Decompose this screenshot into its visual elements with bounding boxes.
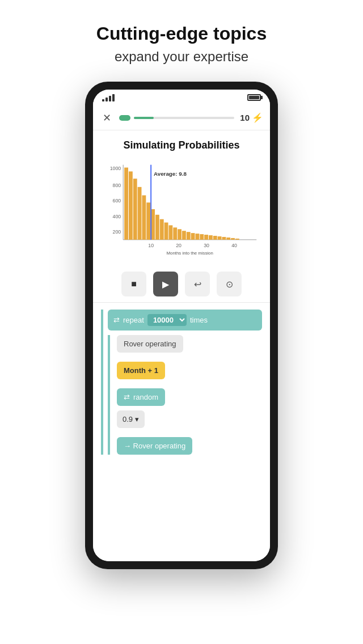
svg-rect-25 [182, 231, 186, 240]
battery-icon [247, 94, 261, 101]
svg-rect-18 [151, 209, 155, 240]
stop-button[interactable]: ■ [121, 272, 146, 296]
svg-rect-35 [226, 238, 230, 240]
svg-rect-24 [178, 230, 182, 240]
arrow-row: → Rover operating [117, 437, 262, 455]
svg-text:200: 200 [113, 229, 121, 235]
content-area: Simulating Probabilities 1000 800 600 40… [93, 130, 270, 561]
settings-button[interactable]: ⊙ [217, 272, 242, 296]
svg-rect-23 [173, 228, 177, 240]
value-row: 0.9 ▾ [117, 410, 262, 433]
value-label: 0.9 [123, 415, 133, 423]
svg-rect-15 [138, 187, 142, 240]
svg-rect-30 [204, 235, 208, 240]
code-block: ⇄ repeat 10000 1000 100 times [101, 310, 262, 455]
top-bar: ✕ 10 ⚡ [93, 105, 270, 130]
shuffle-icon: ⇄ [113, 316, 120, 324]
svg-text:1000: 1000 [110, 166, 121, 172]
value-dropdown[interactable]: 0.9 ▾ [117, 410, 145, 428]
svg-text:Months into the mission: Months into the mission [167, 251, 213, 256]
month-row: Month + 1 [117, 362, 262, 384]
close-button[interactable]: ✕ [100, 112, 113, 124]
chart-title: Simulating Probabilities [101, 139, 262, 151]
svg-rect-13 [129, 172, 133, 240]
rover-label: Rover operating [117, 335, 183, 353]
code-inner: Rover operating Month + 1 ⇄ random [108, 335, 262, 455]
svg-rect-12 [124, 168, 128, 240]
chevron-down-icon: ▾ [135, 415, 139, 423]
signal-icon [102, 94, 115, 101]
svg-rect-17 [146, 203, 150, 240]
random-button[interactable]: ⇄ random [117, 388, 165, 406]
phone-screen: ✕ 10 ⚡ Simulating Probabilities [93, 90, 270, 561]
replay-button[interactable]: ↩ [185, 272, 210, 296]
svg-rect-20 [160, 219, 164, 240]
progress-track [134, 117, 234, 119]
repeat-row: ⇄ repeat 10000 1000 100 times [108, 310, 262, 331]
svg-rect-22 [168, 226, 172, 240]
times-label: times [190, 316, 208, 324]
lightning-icon: ⚡ [252, 112, 263, 123]
headline: Cutting-edge topics [74, 23, 289, 44]
svg-text:30: 30 [204, 243, 209, 248]
repeat-dropdown[interactable]: 10000 1000 100 [147, 314, 187, 326]
svg-rect-19 [155, 215, 159, 240]
svg-rect-16 [142, 196, 146, 240]
controls-section: ■ ▶ ↩ ⊙ [93, 266, 270, 303]
progress-bar [119, 115, 234, 121]
replay-icon: ↩ [194, 279, 201, 290]
svg-text:Average: 9.8: Average: 9.8 [154, 171, 187, 177]
outer-container: Cutting-edge topics expand your expertis… [0, 0, 363, 644]
progress-dot [119, 115, 130, 121]
chart-svg: 1000 800 600 400 200 10 20 30 40 Months … [101, 158, 262, 260]
svg-text:20: 20 [176, 243, 182, 248]
status-bar [93, 90, 270, 105]
subheadline: expand your expertise [92, 49, 271, 65]
svg-rect-26 [187, 232, 191, 240]
stop-icon: ■ [131, 279, 137, 289]
repeat-label: repeat [123, 316, 144, 324]
svg-rect-31 [209, 235, 213, 240]
chart-section: Simulating Probabilities 1000 800 600 40… [93, 130, 270, 266]
svg-rect-28 [195, 234, 199, 240]
svg-rect-33 [218, 236, 222, 240]
svg-rect-37 [235, 239, 239, 240]
svg-rect-32 [213, 236, 217, 240]
score-value: 10 [240, 113, 250, 122]
svg-rect-34 [222, 237, 226, 240]
svg-text:40: 40 [231, 243, 237, 248]
score-container: 10 ⚡ [240, 112, 263, 123]
month-button[interactable]: Month + 1 [117, 362, 165, 379]
svg-rect-14 [133, 179, 137, 240]
svg-text:600: 600 [113, 198, 121, 204]
svg-text:10: 10 [148, 243, 154, 248]
settings-icon: ⊙ [226, 279, 233, 290]
progress-fill [134, 117, 154, 119]
svg-rect-21 [164, 223, 168, 240]
rover-operating-row: Rover operating [117, 335, 262, 357]
svg-text:400: 400 [113, 214, 121, 219]
arrow-rover-button[interactable]: → Rover operating [117, 437, 192, 455]
svg-rect-36 [231, 238, 235, 240]
play-icon: ▶ [162, 279, 169, 290]
svg-rect-29 [200, 234, 204, 240]
play-button[interactable]: ▶ [153, 272, 178, 296]
random-label: random [133, 393, 158, 401]
svg-rect-27 [191, 234, 195, 240]
random-shuffle-icon: ⇄ [124, 393, 130, 401]
random-row: ⇄ random [117, 388, 262, 406]
svg-text:800: 800 [113, 183, 121, 188]
phone-wrapper: ✕ 10 ⚡ Simulating Probabilities [85, 82, 278, 569]
chart-area: 1000 800 600 400 200 10 20 30 40 Months … [101, 158, 262, 260]
code-section[interactable]: ⇄ repeat 10000 1000 100 times [93, 303, 270, 561]
